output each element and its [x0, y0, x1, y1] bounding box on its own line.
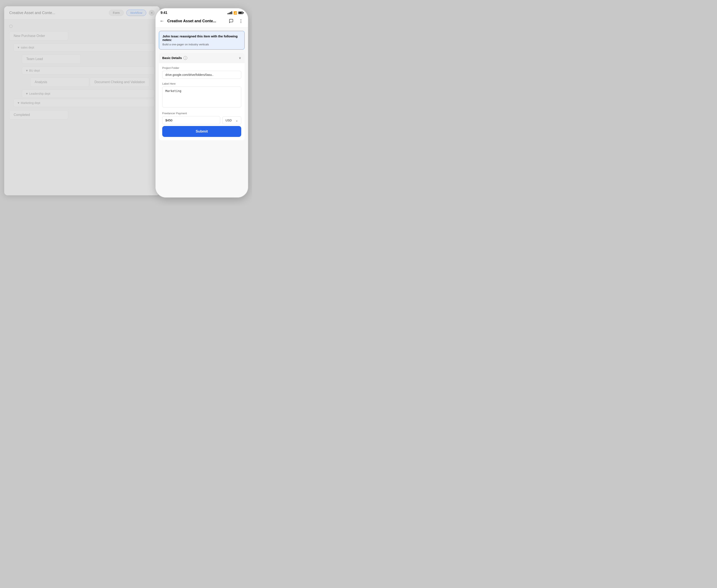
battery-icon	[238, 12, 243, 14]
submit-button[interactable]: Submit	[162, 126, 241, 137]
close-button[interactable]: ✕	[149, 10, 155, 16]
more-icon-button[interactable]: ⋮	[237, 17, 245, 25]
reassign-note: Build a one-pager on industry verticals	[162, 43, 241, 46]
phone-container: 9:41 📶 ← Creative Asset and Conte...	[156, 8, 248, 197]
label-here-label: Label Here	[162, 82, 241, 85]
status-time: 9:41	[161, 11, 167, 15]
currency-chevron-icon: ⌄	[235, 119, 238, 122]
section-header-left: Basic Details i	[162, 56, 187, 60]
label-here-textarea[interactable]: Marketing	[162, 86, 241, 107]
section-body: Project Folder Label Here Marketing Free…	[159, 63, 245, 140]
doc-checking-node: Document Cheking and Validation	[90, 78, 149, 87]
tab-form[interactable]: Form	[109, 10, 124, 16]
payment-row: USD ⌄	[162, 116, 241, 124]
section-header[interactable]: Basic Details i ∨	[159, 53, 245, 63]
signal-bars-icon	[228, 11, 232, 14]
chat-icon	[229, 19, 233, 23]
analysis-node: Analysis	[30, 78, 89, 87]
phone-header: ← Creative Asset and Conte... ⋮	[156, 16, 248, 27]
purchase-order-node: New Purchase Order	[9, 31, 68, 41]
chevron-down-icon[interactable]: ∨	[239, 56, 241, 60]
reassign-title: John Issac reassigned this item with the…	[162, 35, 241, 42]
currency-value: USD	[225, 119, 232, 122]
basic-details-card: Basic Details i ∨ Project Folder Label H…	[159, 53, 245, 140]
status-bar: 9:41 📶	[156, 8, 248, 16]
back-button[interactable]: ←	[159, 17, 165, 25]
freelancer-payment-label: Freelancer Payment	[162, 112, 241, 115]
section-title: Basic Details	[162, 56, 182, 60]
start-dot	[9, 25, 13, 28]
phone-frame: 9:41 📶 ← Creative Asset and Conte...	[156, 8, 248, 197]
status-icons: 📶	[228, 11, 243, 15]
marketing-dept-label: ▼ Marketing dept	[14, 99, 155, 107]
info-icon: i	[183, 56, 187, 60]
reassign-banner: John Issac reassigned this item with the…	[159, 31, 245, 49]
project-folder-input[interactable]	[162, 71, 241, 79]
purchase-order-row: New Purchase Order	[9, 29, 155, 42]
chat-icon-button[interactable]	[227, 17, 235, 25]
tab-workflow[interactable]: Workflow	[126, 10, 146, 16]
bu-dept-label: ▼ BU dept	[22, 67, 155, 75]
phone-body[interactable]: John Issac reassigned this item with the…	[156, 27, 248, 197]
completed-node: Completed	[9, 110, 68, 120]
leadership-dept-label: ▼ Leadership dept	[22, 90, 155, 98]
currency-select[interactable]: USD ⌄	[222, 116, 241, 124]
desktop-header: Creative Asset and Conte... Form Workflo…	[4, 6, 160, 20]
desktop-title: Creative Asset and Conte...	[9, 11, 106, 15]
team-lead-node: Team Lead	[22, 55, 81, 64]
wifi-icon: 📶	[233, 11, 237, 15]
workflow-content: New Purchase Order ▼ sales dept Team Lea…	[4, 20, 160, 126]
more-icon: ⋮	[239, 19, 243, 23]
desktop-window: Creative Asset and Conte... Form Workflo…	[4, 6, 160, 195]
phone-title: Creative Asset and Conte...	[167, 19, 225, 23]
project-folder-label: Project Folder	[162, 66, 241, 69]
sales-dept-label: ▼ sales dept	[14, 43, 155, 51]
payment-amount-input[interactable]	[162, 116, 220, 124]
